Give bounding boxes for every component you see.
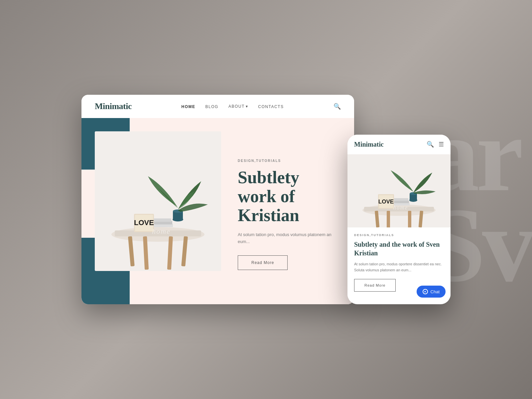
svg-rect-23 bbox=[408, 211, 411, 227]
svg-rect-0 bbox=[95, 131, 221, 271]
svg-text:LOVE: LOVE bbox=[134, 218, 154, 227]
scene-container: Minimatic HOME BLOG ABOUT ▾ CONTACTS 🔍 bbox=[81, 95, 451, 304]
mobile-menu-icon[interactable]: ☰ bbox=[439, 141, 444, 148]
mobile-article-category: DESIGN,TUTORIALS bbox=[354, 233, 444, 237]
chevron-down-icon: ▾ bbox=[246, 104, 248, 109]
chat-button[interactable]: ● Chat bbox=[417, 286, 446, 298]
svg-text:home: home bbox=[393, 204, 408, 211]
mobile-article-title: Subtlety and the work of Sven Kristian bbox=[354, 240, 444, 257]
desktop-logo: Minimatic bbox=[95, 101, 132, 111]
read-more-button-mobile[interactable]: Read More bbox=[354, 279, 396, 292]
article-title: Subtlety work of Kristian bbox=[238, 168, 344, 225]
mobile-logo: Minimatic bbox=[354, 141, 384, 148]
desktop-navigation: Minimatic HOME BLOG ABOUT ▾ CONTACTS 🔍 bbox=[81, 95, 354, 118]
mobile-search-icon[interactable]: 🔍 bbox=[427, 141, 434, 148]
desktop-mockup: Minimatic HOME BLOG ABOUT ▾ CONTACTS 🔍 bbox=[81, 95, 354, 304]
mobile-hero-image: LOVE home bbox=[347, 154, 451, 227]
hero-image: LOVE home bbox=[95, 131, 221, 271]
desktop-nav-links: HOME BLOG ABOUT ▾ CONTACTS bbox=[182, 103, 284, 109]
svg-rect-22 bbox=[387, 211, 390, 227]
svg-text:home: home bbox=[152, 227, 171, 235]
svg-text:LOVE: LOVE bbox=[378, 199, 394, 205]
desktop-content: LOVE home bbox=[81, 118, 354, 304]
chat-label: Chat bbox=[431, 289, 440, 294]
nav-contacts[interactable]: CONTACTS bbox=[258, 104, 284, 109]
read-more-button-desktop[interactable]: Read More bbox=[238, 255, 288, 270]
mobile-navigation: Minimatic 🔍 ☰ bbox=[347, 135, 451, 154]
article-excerpt: At solum tation pro, modus volumus plato… bbox=[238, 231, 344, 245]
desktop-article: DESIGN,TUTORIALS Subtlety work of Kristi… bbox=[221, 118, 354, 304]
nav-home[interactable]: HOME bbox=[182, 104, 196, 109]
article-category: DESIGN,TUTORIALS bbox=[238, 159, 344, 163]
mobile-nav-icons: 🔍 ☰ bbox=[427, 141, 444, 148]
search-icon[interactable]: 🔍 bbox=[333, 103, 341, 110]
chat-bubble-icon: ● bbox=[423, 289, 428, 294]
nav-blog[interactable]: BLOG bbox=[205, 104, 218, 109]
mobile-mockup: Minimatic 🔍 ☰ bbox=[347, 135, 451, 304]
hero-image-container: LOVE home bbox=[95, 131, 221, 291]
svg-rect-17 bbox=[347, 154, 451, 227]
nav-about[interactable]: ABOUT ▾ bbox=[228, 104, 248, 109]
mobile-article-excerpt: At solum tation pro, modus oportere diss… bbox=[354, 261, 444, 273]
